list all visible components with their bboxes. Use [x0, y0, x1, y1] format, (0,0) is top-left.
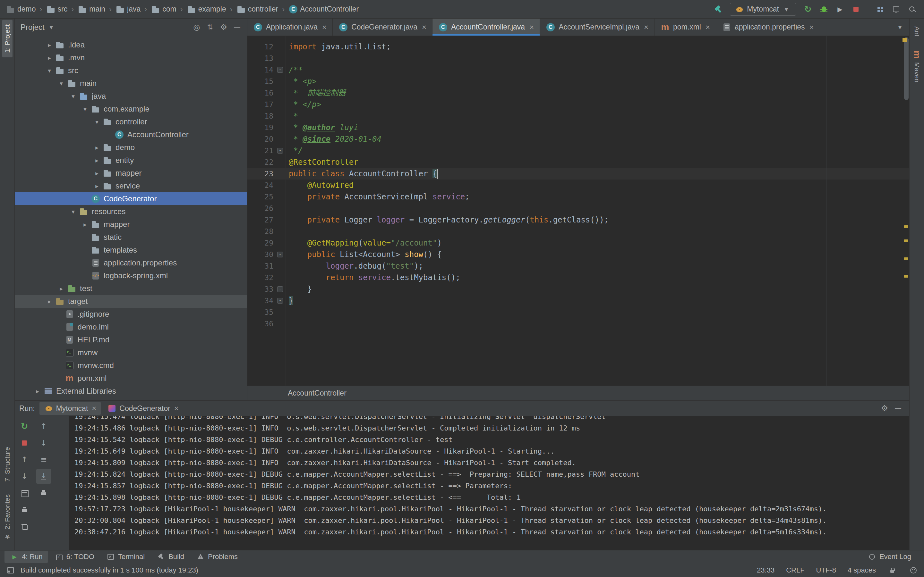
tree-item-help-md[interactable]: HELP.md	[15, 334, 247, 346]
toolbar-search-button[interactable]	[905, 2, 919, 17]
run-hide-button[interactable]	[891, 402, 905, 415]
fold-icon[interactable]: -	[277, 67, 283, 73]
toolbar-monitor-button[interactable]	[889, 2, 903, 17]
breadcrumb-item-demo[interactable]: demo	[5, 4, 37, 15]
status-lock-button[interactable]	[887, 566, 897, 575]
tree-item-src[interactable]: ▾src	[15, 64, 247, 77]
hidden-tabs-button[interactable]	[891, 19, 909, 35]
tree-item-mapper[interactable]: ▸mapper	[15, 167, 247, 179]
run-config-selector[interactable]: Mytomcat	[730, 3, 796, 16]
chevron-right-icon[interactable]: ▸	[44, 298, 55, 305]
toolbar-coverage-button[interactable]	[833, 2, 847, 17]
chevron-down-icon[interactable]: ▾	[44, 67, 55, 74]
tool-stripe-button-7-structure[interactable]: 7: Structure	[2, 442, 13, 486]
console-up-button[interactable]	[36, 419, 51, 434]
chevron-right-icon[interactable]: ▸	[32, 388, 43, 395]
chevron-down-icon[interactable]: ▾	[67, 208, 79, 215]
fold-icon[interactable]: -	[277, 148, 283, 153]
tool-window-button-terminal[interactable]: Terminal	[101, 551, 150, 563]
chevron-down-icon[interactable]: ▾	[55, 80, 67, 87]
breadcrumb-item-main[interactable]: main	[76, 4, 107, 15]
tree-item-accountcontroller[interactable]: AccountController	[15, 128, 247, 141]
chevron-down-icon[interactable]: ▾	[79, 105, 91, 113]
tree-item-mapper[interactable]: ▸mapper	[15, 218, 247, 231]
tree-item-resources[interactable]: ▾resources	[15, 205, 247, 218]
editor-tab-pom-xml[interactable]: pom.xml×	[654, 19, 716, 35]
tree-item-service[interactable]: ▸service	[15, 179, 247, 192]
project-gear-button[interactable]	[217, 21, 230, 34]
status-hector-button[interactable]	[909, 566, 918, 575]
toolbar-debug-button[interactable]	[817, 2, 831, 17]
console-down-button[interactable]	[17, 469, 32, 484]
console-up-button[interactable]	[17, 452, 32, 467]
console-trash-button[interactable]	[17, 519, 32, 534]
tree-item-java[interactable]: ▾java	[15, 90, 247, 103]
project-hide-button[interactable]	[230, 21, 244, 34]
chevron-right-icon[interactable]: ▸	[91, 157, 103, 164]
tool-stripe-button-2-favorites[interactable]: 2: Favorites	[1, 490, 13, 546]
editor-tab-accountcontroller-java[interactable]: AccountController.java×	[433, 19, 540, 35]
chevron-right-icon[interactable]: ▸	[44, 41, 55, 48]
fold-icon[interactable]: -	[277, 286, 283, 292]
breadcrumb-item-src[interactable]: src	[45, 4, 69, 15]
run-tab-mytomcat[interactable]: Mytomcat×	[39, 402, 101, 415]
breadcrumb-item-example[interactable]: example	[186, 4, 228, 15]
tree-item-mvnw[interactable]: mvnw	[15, 346, 247, 359]
run-tab-codegenerator[interactable]: CodeGenerator×	[103, 402, 183, 415]
tree-item-entity[interactable]: ▸entity	[15, 154, 247, 167]
chevron-right-icon[interactable]: ▸	[55, 285, 67, 292]
close-icon[interactable]: ×	[529, 23, 534, 32]
console-softwrap-button[interactable]	[36, 452, 51, 467]
editor-tab-application-properties[interactable]: application.properties×	[716, 19, 820, 35]
close-icon[interactable]: ×	[706, 23, 710, 32]
toolbar-grid-button[interactable]	[873, 2, 887, 17]
close-icon[interactable]: ×	[809, 23, 814, 32]
console-printer-button[interactable]	[36, 486, 51, 500]
tree-item-com-example[interactable]: ▾com.example	[15, 103, 247, 115]
tree-item-application-properties[interactable]: application.properties	[15, 256, 247, 269]
console-printer-button[interactable]	[17, 502, 32, 517]
editor-tab-application-java[interactable]: Application.java×	[247, 19, 333, 35]
fold-icon[interactable]: -	[277, 298, 283, 303]
chevron-right-icon[interactable]: ▸	[79, 221, 91, 228]
chevron-right-icon[interactable]: ▸	[44, 54, 55, 61]
tree-item-gitignore[interactable]: .gitignore	[15, 308, 247, 321]
tree-item-external-libraries[interactable]: ▸External Libraries	[15, 385, 247, 398]
toolbar-stop-button[interactable]	[849, 2, 863, 17]
toolbar-rerun-button[interactable]	[800, 2, 815, 17]
tree-item-demo-iml[interactable]: demo.iml	[15, 321, 247, 334]
close-icon[interactable]: ×	[174, 404, 179, 413]
chevron-down-icon[interactable]: ▾	[91, 118, 103, 125]
tool-window-button-4-run[interactable]: 4: Run	[5, 551, 48, 563]
breadcrumb-item-accountcontroller[interactable]: AccountController	[287, 4, 360, 15]
console-output[interactable]: 19:24:15.474 logback [http-nio-8080-exec…	[69, 416, 909, 550]
console-layout-button[interactable]	[17, 486, 32, 500]
console-rerun-button[interactable]	[17, 419, 32, 434]
tree-item-pom-xml[interactable]: pom.xml	[15, 372, 247, 385]
event-log-button[interactable]: Event Log	[862, 551, 916, 563]
tree-item-idea[interactable]: ▸.idea	[15, 39, 247, 51]
status-caret-position[interactable]: 23:33	[757, 566, 774, 574]
project-locate-button[interactable]	[190, 21, 204, 34]
tool-stripe-button-maven[interactable]: Maven	[911, 45, 923, 87]
tree-item-logback-spring-xml[interactable]: logback-spring.xml	[15, 269, 247, 282]
chevron-right-icon[interactable]: ▸	[91, 144, 103, 151]
status-indent-style[interactable]: 4 spaces	[848, 566, 876, 574]
project-collapse-all-button[interactable]	[204, 21, 217, 34]
console-stop-button[interactable]	[17, 436, 32, 450]
tree-item-templates[interactable]: templates	[15, 243, 247, 256]
project-view-selector[interactable]: Project	[18, 23, 59, 32]
toolwindow-toggle-icon[interactable]	[6, 566, 15, 575]
toolbar-hammer-button[interactable]	[711, 2, 725, 17]
tree-item-demo[interactable]: ▸demo	[15, 141, 247, 154]
breadcrumb-item-controller[interactable]: controller	[235, 4, 280, 15]
breadcrumb-element[interactable]: AccountController	[288, 389, 347, 398]
breadcrumb-item-java[interactable]: java	[114, 4, 142, 15]
close-icon[interactable]: ×	[422, 23, 426, 32]
breadcrumb-item-com[interactable]: com	[150, 4, 178, 15]
editor-tab-codegenerator-java[interactable]: CodeGenerator.java×	[333, 19, 433, 35]
tree-item-static[interactable]: static	[15, 231, 247, 243]
status-encoding[interactable]: UTF-8	[816, 566, 836, 574]
fold-icon[interactable]: -	[277, 251, 283, 258]
tool-stripe-button-ant[interactable]: Ant	[912, 22, 922, 41]
